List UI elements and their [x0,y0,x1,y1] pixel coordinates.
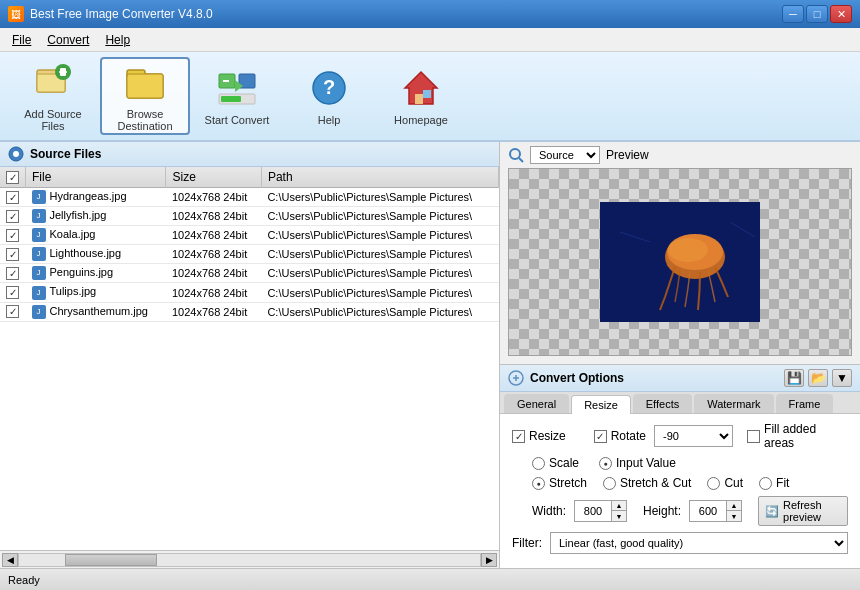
menu-convert[interactable]: Convert [39,31,97,49]
options-dropdown-button[interactable]: ▼ [832,369,852,387]
tab-general[interactable]: General [504,394,569,413]
maximize-button[interactable]: □ [806,5,828,23]
row-check[interactable] [0,302,26,321]
width-up[interactable]: ▲ [612,501,626,511]
tab-watermark[interactable]: Watermark [694,394,773,413]
cut-radio[interactable] [707,477,720,490]
width-label: Width: [532,504,566,518]
resize-checkbox[interactable] [512,430,525,443]
title-bar: 🖼 Best Free Image Converter V4.8.0 ─ □ ✕ [0,0,860,28]
add-source-button[interactable]: Add Source Files [8,57,98,135]
height-input-group[interactable]: ▲ ▼ [689,500,742,522]
start-convert-icon [215,66,259,110]
tab-effects[interactable]: Effects [633,394,692,413]
toolbar: Add Source Files Browse Destination Star… [0,52,860,142]
svg-text:?: ? [323,76,335,98]
browse-destination-button[interactable]: Browse Destination [100,57,190,135]
row-check[interactable] [0,264,26,283]
height-spinners: ▲ ▼ [726,501,741,521]
scale-input-row: Scale Input Value [512,456,848,470]
homepage-button[interactable]: Homepage [376,57,466,135]
row-check[interactable] [0,226,26,245]
input-value-radio[interactable] [599,457,612,470]
row-size: 1024x768 24bit [166,207,261,226]
minimize-button[interactable]: ─ [782,5,804,23]
table-row[interactable]: JPenguins.jpg 1024x768 24bit C:\Users\Pu… [0,264,499,283]
filter-select[interactable]: Linear (fast, good quality) Nearest Neig… [550,532,848,554]
tab-frame[interactable]: Frame [776,394,834,413]
scroll-right-arrow[interactable]: ▶ [481,553,497,567]
stretch-cut-radio[interactable] [603,477,616,490]
scale-radio-label[interactable]: Scale [532,456,579,470]
fit-radio-label[interactable]: Fit [759,476,789,490]
scroll-thumb[interactable] [65,554,157,566]
add-source-label: Add Source Files [14,108,92,132]
save-options-button[interactable]: 💾 [784,369,804,387]
height-up[interactable]: ▲ [727,501,741,511]
file-thumbnail-icon: J [32,286,46,300]
row-size: 1024x768 24bit [166,226,261,245]
table-row[interactable]: JChrysanthemum.jpg 1024x768 24bit C:\Use… [0,302,499,321]
horizontal-scrollbar[interactable]: ◀ ▶ [0,550,499,568]
height-down[interactable]: ▼ [727,511,741,521]
tab-resize[interactable]: Resize [571,395,631,414]
homepage-label: Homepage [394,114,448,126]
row-path: C:\Users\Public\Pictures\Sample Pictures… [261,245,498,264]
row-file: JHydrangeas.jpg [26,188,166,207]
file-table[interactable]: File Size Path JHydrangeas.jpg 1024x768 … [0,167,499,550]
check-all-box[interactable] [6,171,19,184]
row-check[interactable] [0,207,26,226]
scroll-track[interactable] [18,553,481,567]
row-check[interactable] [0,283,26,302]
title-bar-controls: ─ □ ✕ [782,5,852,23]
preview-canvas [508,168,852,356]
stretch-radio[interactable] [532,477,545,490]
resize-checkbox-label[interactable]: Resize [512,429,566,443]
width-input-group[interactable]: ▲ ▼ [574,500,627,522]
scroll-left-arrow[interactable]: ◀ [2,553,18,567]
help-button[interactable]: ? Help [284,57,374,135]
row-size: 1024x768 24bit [166,302,261,321]
table-row[interactable]: JKoala.jpg 1024x768 24bit C:\Users\Publi… [0,226,499,245]
start-convert-button[interactable]: Start Convert [192,57,282,135]
rotate-checkbox[interactable] [594,430,607,443]
menu-help[interactable]: Help [97,31,138,49]
load-options-button[interactable]: 📂 [808,369,828,387]
fill-areas-label[interactable]: Fill added areas [747,422,848,450]
height-input[interactable] [690,505,726,517]
stretch-cut-radio-label[interactable]: Stretch & Cut [603,476,691,490]
source-select[interactable]: Source Preview [530,146,600,164]
stretch-radio-label[interactable]: Stretch [532,476,587,490]
cut-radio-label[interactable]: Cut [707,476,743,490]
fill-areas-checkbox[interactable] [747,430,760,443]
table-row[interactable]: JTulips.jpg 1024x768 24bit C:\Users\Publ… [0,283,499,302]
row-check[interactable] [0,245,26,264]
input-value-label: Input Value [616,456,676,470]
close-button[interactable]: ✕ [830,5,852,23]
rotate-select[interactable]: -90 -45 0 45 90 180 [654,425,733,447]
input-value-radio-label[interactable]: Input Value [599,456,676,470]
status-text: Ready [8,574,40,586]
fit-radio[interactable] [759,477,772,490]
row-check[interactable] [0,188,26,207]
row-path: C:\Users\Public\Pictures\Sample Pictures… [261,188,498,207]
file-thumbnail-icon: J [32,247,46,261]
table-row[interactable]: JLighthouse.jpg 1024x768 24bit C:\Users\… [0,245,499,264]
main-content: Source Files File Size Path [0,142,860,568]
table-row[interactable]: JHydrangeas.jpg 1024x768 24bit C:\Users\… [0,188,499,207]
convert-options-title-area: Convert Options [508,370,624,386]
svg-point-26 [668,238,708,262]
scale-radio[interactable] [532,457,545,470]
width-input[interactable] [575,505,611,517]
table-row[interactable]: JJellyfish.jpg 1024x768 24bit C:\Users\P… [0,207,499,226]
row-path: C:\Users\Public\Pictures\Sample Pictures… [261,226,498,245]
refresh-preview-button[interactable]: 🔄 Refresh preview [758,496,848,526]
convert-options-icon [508,370,524,386]
row-path: C:\Users\Public\Pictures\Sample Pictures… [261,207,498,226]
menu-file[interactable]: File [4,31,39,49]
resize-label: Resize [529,429,566,443]
rotate-checkbox-label[interactable]: Rotate [594,429,646,443]
stretch-label: Stretch [549,476,587,490]
source-files-label: Source Files [30,147,101,161]
width-down[interactable]: ▼ [612,511,626,521]
